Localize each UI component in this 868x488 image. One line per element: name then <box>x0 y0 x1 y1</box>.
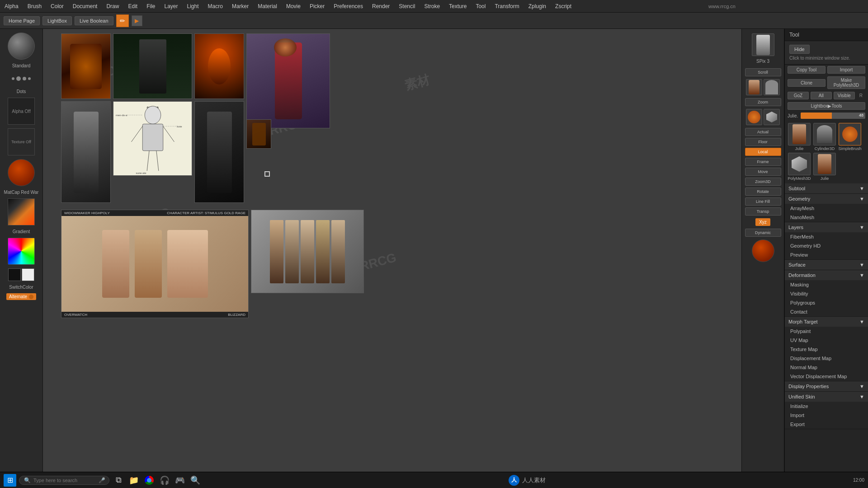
menu-item-draw[interactable]: Draw <box>104 2 121 10</box>
image-armor-warrior[interactable] <box>113 33 192 99</box>
menu-item-zplugin[interactable]: Zplugin <box>527 2 548 10</box>
morph-displacementmap-item[interactable]: Displacement Map <box>785 354 868 363</box>
transp-button[interactable]: Transp <box>745 207 781 216</box>
menu-item-tool[interactable]: Tool <box>474 2 487 10</box>
matcap-preview[interactable] <box>8 159 35 186</box>
tool-cylinder-icon[interactable] <box>764 79 780 95</box>
secondary-icon-button[interactable]: ▶ <box>132 15 142 26</box>
floor-button[interactable]: Floor <box>745 138 781 146</box>
taskbar-file-explorer[interactable]: 📁 <box>127 474 140 487</box>
alternate-button[interactable]: Alternate <box>6 293 36 300</box>
tool-zoom-icon[interactable] <box>746 79 762 95</box>
image-character-sheets[interactable] <box>251 210 364 293</box>
unified-import-item[interactable]: Import <box>785 411 868 420</box>
menu-item-light[interactable]: Light <box>185 2 201 10</box>
tool-polymesh-icon[interactable] <box>764 109 780 125</box>
menu-item-material[interactable]: Material <box>256 2 279 10</box>
taskbar-chrome[interactable] <box>143 474 156 487</box>
morph-polypaint-item[interactable]: Polypaint <box>785 327 868 336</box>
switch-dark[interactable] <box>8 268 21 281</box>
goz-button[interactable]: GoZ <box>788 92 809 99</box>
tool-simplebrush-icon[interactable] <box>746 109 762 125</box>
clone-button[interactable]: Clone <box>788 79 826 87</box>
line-fill-button[interactable]: Line Fill <box>745 197 781 206</box>
menu-item-edit[interactable]: Edit <box>126 2 139 10</box>
display-properties-header[interactable]: Display Properties ▼ <box>785 381 868 391</box>
local-button[interactable]: Local <box>745 148 781 156</box>
geometry-header[interactable]: Geometry ▼ <box>785 194 868 204</box>
menu-item-zscript[interactable]: Zscript <box>553 2 573 10</box>
image-small-thumbnail[interactable] <box>246 119 271 149</box>
unified-skin-header[interactable]: Unified Skin ▼ <box>785 392 868 402</box>
tool-item-polymesh[interactable]: PolyMesh3D <box>788 153 811 181</box>
taskbar-search-bar[interactable]: 🔍 🎤 <box>19 476 109 485</box>
search-input[interactable] <box>33 478 96 483</box>
tool-item-cylinder[interactable]: Cylinder3D <box>813 123 836 151</box>
image-snake-warrior[interactable] <box>194 33 244 99</box>
menu-item-texture[interactable]: Texture <box>447 2 468 10</box>
switch-color[interactable] <box>8 268 34 281</box>
image-anime-girl[interactable] <box>246 33 330 128</box>
morph-target-header[interactable]: Morph Target ▼ <box>785 317 868 327</box>
import-button[interactable]: Import <box>827 66 865 74</box>
all-button[interactable]: All <box>811 92 832 99</box>
switch-light[interactable] <box>22 268 34 281</box>
tool-item-julie-2[interactable]: Julie <box>813 153 836 181</box>
zoom-button[interactable]: Zoom <box>745 98 781 106</box>
gradient-preview[interactable] <box>8 198 35 225</box>
hide-button[interactable]: Hide <box>789 45 810 54</box>
frame-button[interactable]: Frame <box>745 158 781 166</box>
layers-preview-item[interactable]: Preview <box>785 250 868 259</box>
move-button[interactable]: Move <box>745 168 781 176</box>
menu-item-document[interactable]: Document <box>71 2 99 10</box>
image-samurai-statue[interactable] <box>61 101 111 203</box>
deformation-visibility-item[interactable]: Visibility <box>785 289 868 298</box>
deformation-header[interactable]: Deformation ▼ <box>785 270 868 280</box>
geometry-arraymesh-item[interactable]: ArrayMesh <box>785 204 868 213</box>
matcap-swatch[interactable] <box>752 239 774 262</box>
tool-thumb-julie-1[interactable] <box>788 123 811 145</box>
menu-item-brush[interactable]: Brush <box>26 2 43 10</box>
edit-icon-button[interactable]: ✏ <box>116 14 129 27</box>
menu-item-preferences[interactable]: Preferences <box>332 2 365 10</box>
morph-texturemap-item[interactable]: Texture Map <box>785 345 868 354</box>
color-picker[interactable] <box>8 238 35 265</box>
unified-export-item[interactable]: Export <box>785 420 868 429</box>
layers-header[interactable]: Layers ▼ <box>785 222 868 232</box>
lightbox-tools-button[interactable]: Lightbox▶Tools <box>788 102 865 110</box>
morph-normalmap-item[interactable]: Normal Map <box>785 363 868 372</box>
scroll-button[interactable]: Scroll <box>745 68 781 76</box>
image-samurai-color[interactable] <box>61 33 111 99</box>
home-page-button[interactable]: Home Page <box>4 16 40 25</box>
tool-thumb-polymesh[interactable] <box>788 153 811 175</box>
start-button[interactable]: ⊞ <box>4 474 16 487</box>
image-dark-warrior[interactable] <box>194 101 244 203</box>
image-armor-diagram[interactable]: ashura <box>113 101 192 176</box>
menu-item-alpha[interactable]: Alpha <box>3 2 20 10</box>
taskbar-headset[interactable]: 🎧 <box>158 474 171 487</box>
deformation-polygroups-item[interactable]: Polygroups <box>785 298 868 307</box>
texture-preview[interactable]: Texture Off <box>8 128 35 155</box>
zoom3d-button[interactable]: Zoom3D <box>745 178 781 186</box>
menu-item-marker[interactable]: Marker <box>230 2 250 10</box>
geometry-nanomesh-item[interactable]: NanoMesh <box>785 213 868 222</box>
tool-thumb-julie-2[interactable] <box>813 153 836 175</box>
menu-item-file[interactable]: File <box>145 2 157 10</box>
tool-item-simplebrush[interactable]: SimpleBrush <box>838 123 862 151</box>
menu-item-color[interactable]: Color <box>49 2 66 10</box>
dynamic-button[interactable]: Dynamic <box>745 229 781 237</box>
tool-icon-main[interactable] <box>752 33 774 56</box>
image-overwatch-highpoly[interactable]: WIDOWMAKER HIGHPOLY CHARACTER ARTIST: ST… <box>61 210 249 318</box>
menu-item-render[interactable]: Render <box>370 2 392 10</box>
menu-item-stencil[interactable]: Stencil <box>397 2 417 10</box>
deformation-masking-item[interactable]: Masking <box>785 280 868 289</box>
menu-item-macro[interactable]: Macro <box>206 2 225 10</box>
taskbar-task-view[interactable]: ⧉ <box>112 474 125 487</box>
morph-uvmap-item[interactable]: UV Map <box>785 336 868 345</box>
morph-vectordispmap-item[interactable]: Vector Displacement Map <box>785 372 868 381</box>
deformation-contact-item[interactable]: Contact <box>785 307 868 316</box>
canvas-area[interactable]: RRCG RRCG RRCG RRCG 素材 <box>43 29 741 472</box>
menu-item-picker[interactable]: Picker <box>308 2 326 10</box>
menu-item-transform[interactable]: Transform <box>493 2 521 10</box>
rotate-button[interactable]: Rotate <box>745 188 781 196</box>
